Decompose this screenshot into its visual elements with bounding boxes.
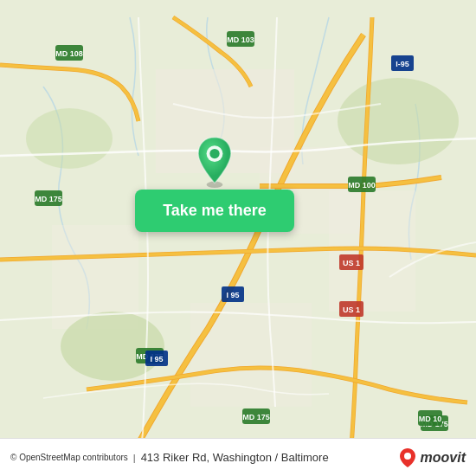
svg-text:MD 103: MD 103 xyxy=(227,35,254,44)
moovit-logo: moovit xyxy=(398,447,466,469)
cta-overlay: Take me there xyxy=(119,134,310,232)
map-container: MD 108 MD 103 MD 175 MD 175 MD 175 MD 17… xyxy=(0,0,476,476)
take-me-there-button[interactable]: Take me there xyxy=(135,190,294,232)
svg-text:US 1: US 1 xyxy=(343,306,360,314)
svg-point-36 xyxy=(209,149,219,158)
address-label: 413 Riker Rd, Washington / Baltimore xyxy=(141,451,329,464)
svg-point-5 xyxy=(61,312,164,381)
svg-point-37 xyxy=(404,453,411,460)
location-pin-icon xyxy=(190,134,239,190)
svg-text:MD 108: MD 108 xyxy=(55,49,83,58)
osm-attribution: © OpenStreetMap contributors xyxy=(10,453,128,462)
svg-text:MD 175: MD 175 xyxy=(35,195,62,203)
map-roads-svg: MD 108 MD 103 MD 175 MD 175 MD 175 MD 17… xyxy=(0,0,476,476)
moovit-logo-text: moovit xyxy=(421,450,466,466)
svg-point-6 xyxy=(338,78,459,164)
svg-text:I 95: I 95 xyxy=(150,355,163,363)
svg-text:I 95: I 95 xyxy=(226,291,239,299)
svg-text:MD 175: MD 175 xyxy=(242,413,270,421)
svg-rect-3 xyxy=(190,303,312,407)
svg-text:US 1: US 1 xyxy=(343,259,360,267)
bottom-bar: © OpenStreetMap contributors | 413 Riker… xyxy=(0,438,476,476)
svg-text:I-95: I-95 xyxy=(396,60,409,68)
svg-text:MD 10: MD 10 xyxy=(419,415,442,423)
bottom-bar-left: © OpenStreetMap contributors | 413 Riker… xyxy=(10,451,329,464)
moovit-pin-icon xyxy=(398,447,417,469)
svg-point-7 xyxy=(26,108,113,169)
separator: | xyxy=(133,453,136,463)
svg-text:MD 100: MD 100 xyxy=(348,181,376,190)
